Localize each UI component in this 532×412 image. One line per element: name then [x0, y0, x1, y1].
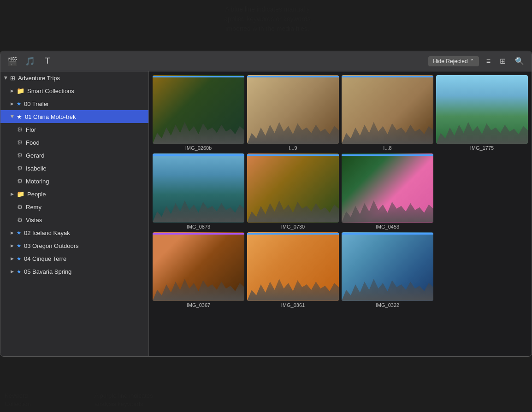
keyword-icon: ⚙: [17, 152, 23, 159]
photo-item-img0367[interactable]: IMG_0367: [153, 232, 244, 308]
sidebar-item-gerard[interactable]: ⚙ Gerard: [0, 149, 148, 162]
sidebar: ▶ ⊞ Adventure Trips ▶ 📁 Smart Collection…: [0, 71, 149, 356]
sidebar-item-motoring[interactable]: ⚙ Motoring: [0, 175, 148, 188]
keyword-icon: ⚙: [17, 165, 23, 172]
keyword-icon: ⚙: [17, 203, 23, 211]
photo-item-img0873[interactable]: IMG_0873: [153, 153, 244, 229]
main-browser[interactable]: IMG_0260b I...9: [149, 71, 532, 356]
chevron-icon: ▶: [4, 77, 8, 80]
photo-item-img0453[interactable]: IMG_0453: [342, 153, 433, 229]
keyword-icon: ⚙: [17, 216, 23, 224]
star-icon: ★: [17, 101, 21, 107]
photo-item-img0260b[interactable]: IMG_0260b: [153, 75, 244, 151]
folder-icon: 📁: [17, 87, 24, 94]
sidebar-item-food[interactable]: ⚙ Food: [0, 136, 148, 149]
sidebar-item-isabelle[interactable]: ⚙ Isabelle: [0, 162, 148, 175]
star-icon: ★: [17, 113, 22, 120]
library-icon: ⊞: [10, 75, 15, 82]
chevron-icon: ▶: [11, 88, 14, 93]
annotation-top: A blue line indicates manually applied k…: [157, 0, 378, 38]
photo-item-img0361[interactable]: IMG_0361: [247, 232, 339, 308]
star-icon: ★: [17, 230, 21, 236]
photo-item-img0730[interactable]: IMG_0730: [247, 153, 339, 229]
sidebar-item-remy[interactable]: ⚙ Remy: [0, 200, 148, 213]
annotation-bottom-mid: A purple line indicates analysis keyword…: [90, 388, 237, 412]
hide-rejected-button[interactable]: Hide Rejected ⌃: [428, 56, 479, 66]
chevron-icon: ▶: [11, 101, 14, 106]
sidebar-item-vistas[interactable]: ⚙ Vistas: [0, 213, 148, 226]
photo-item-empty1: [436, 153, 528, 229]
annotation-bottom-left: Keyword Collection: [0, 388, 74, 412]
photo-item-img9[interactable]: I...9: [247, 75, 339, 151]
photo-item-empty2: [436, 232, 528, 308]
content-area: ▶ ⊞ Adventure Trips ▶ 📁 Smart Collection…: [0, 71, 532, 356]
chevron-icon: ▶: [11, 243, 14, 248]
sidebar-item-05-bavaria[interactable]: ▶ ★ 05 Bavaria Spring: [0, 265, 148, 278]
photo-item-img8[interactable]: I...8: [342, 75, 433, 151]
photo-item-img1775[interactable]: IMG_1775: [436, 75, 528, 151]
sidebar-item-03-oregon[interactable]: ▶ ★ 03 Oregon Outdoors: [0, 239, 148, 252]
keyword-icon: ⚙: [17, 126, 23, 133]
view-toggle-button[interactable]: ≡: [485, 55, 492, 67]
toolbar-right: Hide Rejected ⌃ ≡ ⊞ 🔍: [428, 55, 526, 67]
photo-grid: IMG_0260b I...9: [153, 75, 528, 308]
chevron-icon: ▶: [11, 230, 14, 235]
chevron-icon: ▶: [11, 269, 14, 274]
sidebar-item-02-iceland[interactable]: ▶ ★ 02 Iceland Kayak: [0, 226, 148, 239]
sidebar-item-04-cinque[interactable]: ▶ ★ 04 Cinque Terre: [0, 252, 148, 265]
sidebar-item-adventure-trips[interactable]: ▶ ⊞ Adventure Trips: [0, 71, 148, 84]
chevron-icon: ▶: [10, 115, 15, 118]
sidebar-item-flor[interactable]: ⚙ Flor: [0, 123, 148, 136]
keyword-icon: ⚙: [17, 177, 23, 185]
search-button[interactable]: 🔍: [513, 55, 526, 67]
sidebar-item-01-china[interactable]: ▶ ★ 01 China Moto-trek: [0, 110, 148, 123]
star-icon: ★: [17, 256, 21, 262]
chevron-icon: ▶: [11, 256, 14, 261]
sidebar-item-00-trailer[interactable]: ▶ ★ 00 Trailer: [0, 97, 148, 110]
app-window: 🎬 🎵 T Hide Rejected ⌃ ≡ ⊞ 🔍 ▶ ⊞ Adventur…: [0, 51, 532, 357]
star-icon: ★: [17, 269, 21, 275]
sidebar-item-smart-collections[interactable]: ▶ 📁 Smart Collections: [0, 84, 148, 97]
toolbar-left: 🎬 🎵 T: [6, 55, 54, 68]
libraries-icon[interactable]: 🎬: [6, 55, 19, 68]
photo-item-img0322[interactable]: IMG_0322: [342, 232, 433, 308]
music-icon[interactable]: 🎵: [24, 55, 36, 68]
keyword-icon: ⚙: [17, 139, 23, 146]
titles-icon[interactable]: T: [41, 55, 54, 68]
toolbar: 🎬 🎵 T Hide Rejected ⌃ ≡ ⊞ 🔍: [0, 51, 532, 71]
chevron-icon: ▶: [11, 192, 14, 196]
filmstrip-button[interactable]: ⊞: [498, 55, 508, 67]
folder-icon: 📁: [17, 190, 24, 198]
star-icon: ★: [17, 243, 21, 249]
sidebar-item-people[interactable]: ▶ 📁 People: [0, 188, 148, 200]
